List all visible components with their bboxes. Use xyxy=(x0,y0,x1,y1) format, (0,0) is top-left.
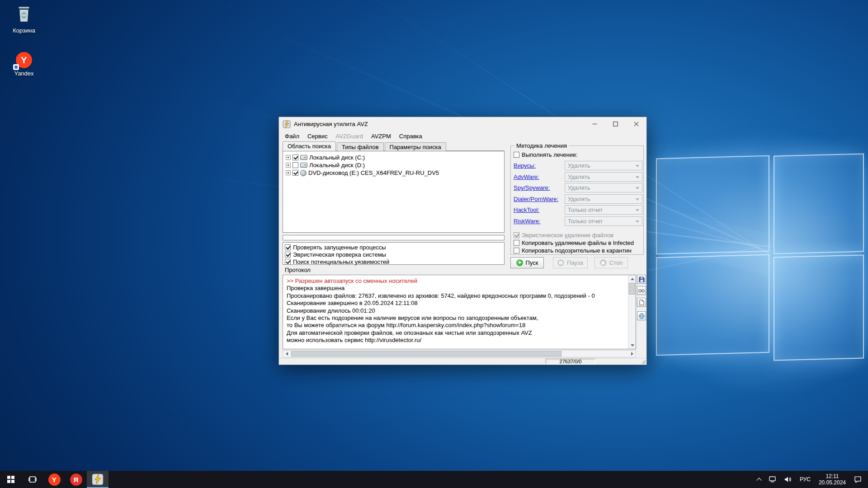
web-service-button[interactable] xyxy=(637,311,646,320)
protocol-log[interactable]: >> Разрешен автозапуск со сменных носите… xyxy=(283,275,636,349)
checkbox[interactable] xyxy=(292,155,298,160)
tree-item-label: DVD-дисковод (E:) CES_X64FREV_RU-RU_DV5 xyxy=(308,169,439,176)
volume-button[interactable] xyxy=(780,471,796,488)
action-select-dialer[interactable]: Удалять xyxy=(565,194,642,204)
stop-button[interactable]: Стоп xyxy=(594,257,628,268)
menu-help[interactable]: Справка xyxy=(395,132,426,141)
start-button[interactable]: Пуск xyxy=(510,257,544,268)
checkbox[interactable] xyxy=(292,162,298,168)
category-link-advware[interactable]: AdvWare: xyxy=(514,174,539,180)
window-pane xyxy=(656,155,769,255)
taskbar-app-yandex-browser[interactable]: Y xyxy=(43,471,65,488)
clear-log-button[interactable] xyxy=(637,298,646,307)
title-bar[interactable]: Антивирусная утилита AVZ xyxy=(279,117,646,131)
task-view-button[interactable] xyxy=(22,471,43,488)
glasses-icon xyxy=(638,289,645,293)
expand-plus-icon[interactable] xyxy=(286,170,291,175)
tab-search-params[interactable]: Параметры поиска xyxy=(385,142,446,151)
resize-grip[interactable] xyxy=(641,359,646,364)
scrollbar-thumb[interactable] xyxy=(291,351,561,357)
treatment-group-title: Методика лечения xyxy=(514,142,569,149)
scan-options-panel: Проверять запущенные процессы Эвристичес… xyxy=(283,242,505,265)
yandex-glyph: Y xyxy=(52,476,57,483)
checkbox[interactable] xyxy=(285,244,291,250)
pause-icon xyxy=(557,259,564,266)
taskbar-app-yandex[interactable]: Я xyxy=(65,471,87,488)
category-link-viruses[interactable]: Вирусы: xyxy=(514,162,536,169)
action-select-hacktool[interactable]: Только отчет xyxy=(565,205,642,215)
checkbox[interactable] xyxy=(514,248,519,253)
maximize-button[interactable] xyxy=(605,117,626,131)
desktop-icon-yandex[interactable]: Y Yandex xyxy=(5,52,43,77)
checkbox[interactable] xyxy=(514,240,519,246)
treatment-row-dialer: Dialer/PornWare: Удалять xyxy=(514,194,642,204)
network-button[interactable] xyxy=(765,471,780,488)
clock[interactable]: 12:11 20.05.2024 xyxy=(815,471,850,488)
action-select-riskware[interactable]: Только отчет xyxy=(565,216,642,226)
taskbar-app-avz[interactable] xyxy=(87,471,108,488)
log-line: то Вы можете обратиться на форум http://… xyxy=(287,322,632,329)
selected-action: Удалять xyxy=(568,184,590,191)
start-button-taskbar[interactable] xyxy=(0,471,22,488)
tab-strip: Область поиска Типы файлов Параметры пои… xyxy=(283,141,447,151)
menu-avzpm[interactable]: AVZPM xyxy=(367,132,395,141)
arrow-down-icon xyxy=(631,344,634,347)
scan-option-label: Проверять запущенные процессы xyxy=(293,244,386,251)
category-link-hacktool[interactable]: HackTool: xyxy=(514,206,539,213)
log-line: Проверка завершена xyxy=(287,285,632,292)
tab-search-area[interactable]: Область поиска xyxy=(283,141,336,151)
minimize-button[interactable] xyxy=(584,117,605,131)
tree-item-dvd-e[interactable]: DVD-дисковод (E:) CES_X64FREV_RU-RU_DV5 xyxy=(283,169,504,177)
category-link-riskware[interactable]: RiskWare: xyxy=(514,218,540,225)
action-center-button[interactable] xyxy=(850,471,868,488)
action-select-advware[interactable]: Удалять xyxy=(565,172,642,182)
menu-file[interactable]: Файл xyxy=(281,132,303,141)
scrollbar-thumb[interactable] xyxy=(629,283,635,295)
vertical-scrollbar[interactable] xyxy=(628,275,636,349)
scroll-up-button[interactable] xyxy=(628,275,636,282)
yandex-glyph: Y xyxy=(21,55,27,66)
avz-window: Антивирусная утилита AVZ Файл Сервис AVZ… xyxy=(278,117,647,365)
checkbox[interactable] xyxy=(514,152,519,158)
chevron-down-icon xyxy=(636,209,639,211)
drive-icon xyxy=(300,155,307,160)
play-icon xyxy=(516,259,523,266)
expand-plus-icon[interactable] xyxy=(286,155,291,160)
show-hidden-icons-button[interactable] xyxy=(753,471,765,488)
action-select-spyware[interactable]: Удалять xyxy=(565,183,642,192)
action-select-viruses[interactable]: Удалять xyxy=(565,161,642,170)
menu-avzguard[interactable]: AVZGuard xyxy=(332,132,367,141)
checkbox[interactable] xyxy=(292,170,298,176)
language-indicator[interactable]: РУС xyxy=(796,471,815,488)
search-area-tree[interactable]: Локальный диск (C:) Локальный диск (D:) … xyxy=(283,151,505,233)
log-line: можно использовать сервис http://virusde… xyxy=(287,337,632,344)
avz-icon xyxy=(92,474,104,485)
tray-time: 12:11 xyxy=(826,473,839,479)
desktop-icon-recycle-bin[interactable]: Корзина xyxy=(5,5,43,34)
scroll-down-button[interactable] xyxy=(628,342,636,349)
scroll-right-button[interactable] xyxy=(628,351,636,357)
scroll-left-button[interactable] xyxy=(283,351,290,357)
view-log-button[interactable] xyxy=(637,286,646,295)
tree-item-drive-d[interactable]: Локальный диск (D:) xyxy=(283,161,504,169)
scan-option-label: Поиск потенциальных уязвимостей xyxy=(293,258,389,265)
tab-file-types[interactable]: Типы файлов xyxy=(337,142,384,151)
globe-icon xyxy=(639,313,645,319)
yandex-browser-icon: Y xyxy=(48,474,61,486)
checkbox[interactable] xyxy=(514,232,519,238)
yandex-app-icon: Я xyxy=(70,474,82,486)
category-link-dialer[interactable]: Dialer/PornWare: xyxy=(514,196,558,202)
stop-button-label: Стоп xyxy=(609,259,623,266)
yandex-browser-icon: Y xyxy=(16,52,32,68)
category-link-spyware[interactable]: Spy/Spyware: xyxy=(514,184,550,191)
checkbox[interactable] xyxy=(285,252,291,258)
horizontal-scrollbar[interactable] xyxy=(283,350,636,357)
tree-item-drive-c[interactable]: Локальный диск (C:) xyxy=(283,154,504,161)
expand-plus-icon[interactable] xyxy=(286,163,291,168)
treatment-row-advware: AdvWare: Удалять xyxy=(514,172,642,182)
menu-service[interactable]: Сервис xyxy=(303,132,332,141)
checkbox[interactable] xyxy=(285,259,291,265)
save-log-button[interactable] xyxy=(637,275,646,284)
close-button[interactable] xyxy=(626,117,646,131)
pause-button[interactable]: Пауза xyxy=(553,257,588,268)
